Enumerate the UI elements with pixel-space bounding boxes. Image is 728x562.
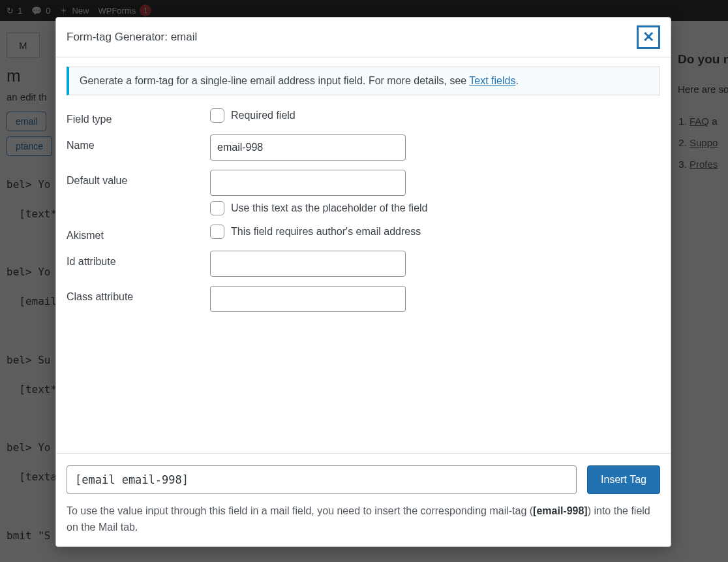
label-akismet-desc: This field requires author's email addre…: [231, 226, 421, 238]
id-attribute-input[interactable]: [210, 251, 406, 277]
insert-tag-button[interactable]: Insert Tag: [587, 465, 660, 494]
label-class-attribute: Class attribute: [67, 286, 204, 303]
text-fields-link[interactable]: Text fields: [469, 75, 515, 86]
default-value-input[interactable]: [210, 170, 406, 196]
label-name: Name: [67, 134, 204, 151]
shortcode-output[interactable]: [67, 465, 577, 494]
footer-note: To use the value input through this fiel…: [67, 503, 660, 536]
label-field-type: Field type: [67, 108, 204, 125]
required-checkbox[interactable]: [210, 108, 224, 123]
label-required: Required field: [231, 110, 296, 121]
akismet-checkbox[interactable]: [210, 225, 224, 239]
close-button[interactable]: ✕: [637, 25, 660, 49]
label-id-attribute: Id attribute: [67, 251, 204, 268]
name-input[interactable]: [210, 134, 406, 161]
placeholder-checkbox[interactable]: [210, 201, 224, 215]
modal-title: Form-tag Generator: email: [67, 31, 197, 44]
label-default-value: Default value: [67, 170, 204, 187]
info-banner: Generate a form-tag for a single-line em…: [67, 67, 660, 95]
label-akismet: Akismet: [67, 225, 204, 242]
close-icon: ✕: [643, 29, 654, 46]
label-placeholder: Use this text as the placeholder of the …: [231, 202, 428, 214]
form-tag-generator-modal: Form-tag Generator: email ✕ Generate a f…: [55, 17, 671, 547]
class-attribute-input[interactable]: [210, 286, 406, 312]
